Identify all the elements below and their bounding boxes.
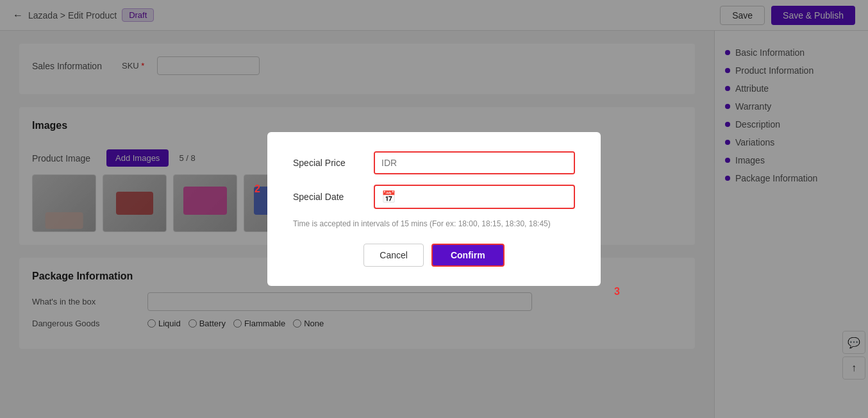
- special-price-row: Special Price: [293, 151, 575, 174]
- special-date-input-wrapper[interactable]: 📅: [374, 185, 575, 209]
- modal-dialog: 2 Special Price Special Date 📅 Time is a…: [267, 132, 601, 286]
- special-price-input-wrapper: [374, 151, 575, 174]
- special-price-label: Special Price: [293, 158, 363, 168]
- confirm-button[interactable]: Confirm: [431, 244, 505, 267]
- modal-actions: Cancel Confirm: [293, 244, 575, 267]
- special-date-row: Special Date 📅: [293, 185, 575, 209]
- step-3-badge: 3: [614, 286, 620, 297]
- modal-hint-text: Time is accepted in intervals of 15 mins…: [293, 219, 575, 228]
- cancel-button[interactable]: Cancel: [363, 244, 424, 267]
- special-date-label: Special Date: [293, 192, 363, 202]
- modal-overlay: 2 Special Price Special Date 📅 Time is a…: [0, 0, 868, 418]
- special-price-input[interactable]: [375, 153, 574, 173]
- calendar-icon: 📅: [381, 190, 396, 204]
- step-2-badge: 2: [255, 183, 260, 195]
